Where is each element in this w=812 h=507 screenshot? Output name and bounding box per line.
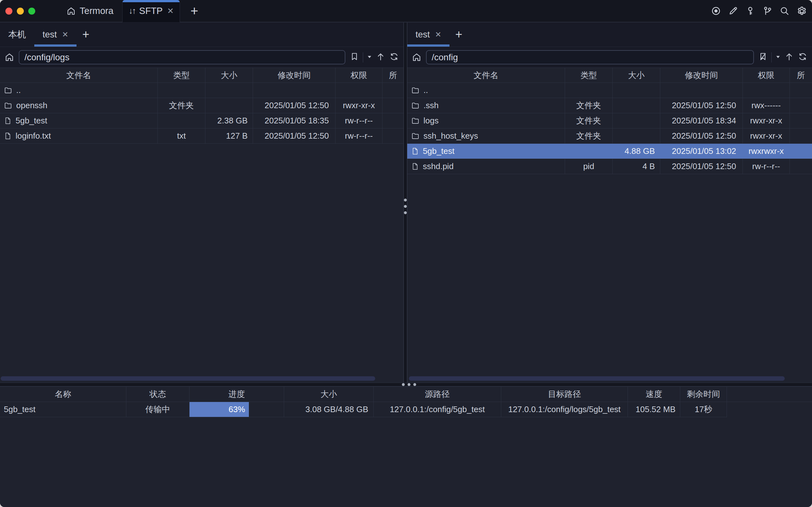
- table-row[interactable]: ..: [0, 83, 403, 98]
- left-path-input[interactable]: [19, 50, 345, 64]
- zoom-window-button[interactable]: [28, 8, 35, 15]
- home-icon[interactable]: [412, 52, 422, 62]
- branch-icon[interactable]: [762, 6, 773, 16]
- col-modified[interactable]: 修改时间: [253, 68, 335, 82]
- home-tab[interactable]: Termora: [58, 0, 121, 22]
- right-file-table: 文件名 类型 大小 修改时间 权限 所 .. .ssh: [407, 68, 812, 383]
- transfer-splitter[interactable]: [0, 383, 812, 386]
- chevron-down-icon[interactable]: [367, 54, 372, 61]
- titlebar: Termora ↓↑ SFTP ✕ +: [0, 0, 812, 22]
- folder-icon: [411, 86, 420, 95]
- left-pathbar: [0, 47, 403, 68]
- new-tab-button[interactable]: +: [187, 3, 202, 19]
- right-pane-tabs: test ✕ +: [407, 22, 812, 47]
- col-transfer-source[interactable]: 源路径: [374, 387, 501, 402]
- transfer-row[interactable]: 5gb_test 传输中 63% 3.08 GB/4.88 GB 127.0.0…: [0, 402, 812, 417]
- pane-splitter[interactable]: [403, 22, 407, 383]
- table-row[interactable]: sshd.pid pid 4 B 2025/01/05 12:50 rw-r--…: [407, 159, 812, 174]
- folder-icon: [4, 101, 12, 110]
- minimize-window-button[interactable]: [17, 8, 24, 15]
- transfer-header: 名称 状态 进度 大小 源路径 目标路径 速度 剩余时间: [0, 386, 812, 402]
- col-name[interactable]: 文件名: [0, 68, 158, 82]
- table-row[interactable]: ..: [407, 83, 812, 98]
- transfer-arrows-icon: ↓↑: [128, 6, 135, 16]
- left-tab-local[interactable]: 本机: [0, 22, 34, 47]
- table-row[interactable]: 5gb_test 2.38 GB 2025/01/05 18:35 rw-r--…: [0, 113, 403, 128]
- right-add-tab-button[interactable]: +: [449, 22, 468, 47]
- app-tab-label: Termora: [80, 6, 113, 16]
- tab-label: test: [416, 30, 430, 40]
- table-row-selected[interactable]: 5gb_test 4.88 GB 2025/01/05 13:02 rwxrwx…: [407, 144, 812, 159]
- bookmark-icon[interactable]: [350, 52, 359, 62]
- file-panes: 本机 test ✕ +: [0, 22, 812, 383]
- col-modified[interactable]: 修改时间: [660, 68, 743, 82]
- col-transfer-target[interactable]: 目标路径: [501, 387, 628, 402]
- progress-fill: 63%: [190, 402, 249, 417]
- table-row[interactable]: loginfo.txt txt 127 B 2025/01/05 12:50 r…: [0, 128, 403, 144]
- splitter-handle-icon: [404, 199, 407, 214]
- go-up-icon[interactable]: [784, 52, 794, 63]
- close-icon[interactable]: ✕: [167, 6, 174, 15]
- close-icon[interactable]: ✕: [435, 30, 441, 39]
- col-transfer-empty: [727, 387, 812, 402]
- col-transfer-name[interactable]: 名称: [0, 387, 126, 402]
- col-size[interactable]: 大小: [205, 68, 253, 82]
- home-icon: [66, 6, 76, 16]
- left-tab-test[interactable]: test ✕: [34, 22, 76, 47]
- col-transfer-speed[interactable]: 速度: [628, 387, 680, 402]
- folder-icon: [411, 132, 420, 140]
- file-icon: [4, 116, 12, 125]
- key-icon[interactable]: [745, 6, 756, 16]
- home-icon[interactable]: [4, 52, 14, 62]
- horizontal-scrollbar-thumb[interactable]: [409, 376, 785, 381]
- refresh-icon[interactable]: [389, 52, 399, 63]
- table-row[interactable]: logs 文件夹 2025/01/05 18:34 rwxr-xr-x: [407, 113, 812, 128]
- pencil-icon[interactable]: [728, 6, 738, 16]
- col-perm[interactable]: 权限: [335, 68, 382, 82]
- table-row[interactable]: .ssh 文件夹 2025/01/05 12:50 rwx------: [407, 98, 812, 113]
- col-size[interactable]: 大小: [613, 68, 660, 82]
- refresh-icon[interactable]: [798, 52, 808, 63]
- file-icon: [411, 147, 419, 156]
- left-pane: 本机 test ✕ +: [0, 22, 403, 383]
- progress-bar: 63%: [190, 402, 284, 417]
- gear-icon[interactable]: [797, 6, 807, 16]
- col-type[interactable]: 类型: [565, 68, 613, 82]
- col-type[interactable]: 类型: [158, 68, 205, 82]
- splitter-handle-icon: [402, 383, 416, 386]
- table-row[interactable]: ssh_host_keys 文件夹 2025/01/05 12:50 rwxr-…: [407, 128, 812, 144]
- col-transfer-remaining[interactable]: 剩余时间: [680, 387, 727, 402]
- tab-label: test: [43, 30, 57, 40]
- right-pathbar: [407, 47, 812, 68]
- col-name[interactable]: 文件名: [407, 68, 565, 82]
- termora-window: Termora ↓↑ SFTP ✕ + 本机 test: [0, 0, 812, 507]
- left-add-tab-button[interactable]: +: [76, 22, 95, 47]
- right-path-input[interactable]: [426, 50, 754, 64]
- horizontal-scrollbar-thumb[interactable]: [1, 376, 375, 381]
- divider: [771, 52, 772, 62]
- go-up-icon[interactable]: [376, 52, 385, 63]
- tab-label: 本机: [8, 29, 26, 41]
- right-pane: test ✕ + 文件名: [407, 22, 812, 383]
- search-icon[interactable]: [779, 6, 790, 16]
- right-tab-test[interactable]: test ✕: [407, 22, 449, 47]
- col-transfer-progress[interactable]: 进度: [190, 387, 284, 402]
- chevron-down-icon[interactable]: [775, 54, 780, 61]
- tab-sftp[interactable]: ↓↑ SFTP ✕: [122, 0, 180, 22]
- table-row[interactable]: openssh 文件夹 2025/01/05 12:50 rwxr-xr-x: [0, 98, 403, 113]
- col-owner[interactable]: 所: [382, 68, 403, 82]
- close-window-button[interactable]: [5, 8, 12, 15]
- col-transfer-status[interactable]: 状态: [126, 387, 190, 402]
- divider: [363, 52, 363, 62]
- left-file-table: 文件名 类型 大小 修改时间 权限 所 .. openssh: [0, 68, 403, 383]
- bookmark-slash-icon[interactable]: [758, 52, 767, 62]
- col-transfer-size[interactable]: 大小: [284, 387, 374, 402]
- file-icon: [411, 162, 419, 171]
- record-icon[interactable]: [711, 6, 721, 16]
- table-header: 文件名 类型 大小 修改时间 权限 所: [407, 68, 812, 83]
- col-perm[interactable]: 权限: [743, 68, 790, 82]
- close-icon[interactable]: ✕: [62, 30, 68, 39]
- folder-icon: [411, 101, 420, 110]
- col-owner[interactable]: 所: [790, 68, 812, 82]
- table-header: 文件名 类型 大小 修改时间 权限 所: [0, 68, 403, 83]
